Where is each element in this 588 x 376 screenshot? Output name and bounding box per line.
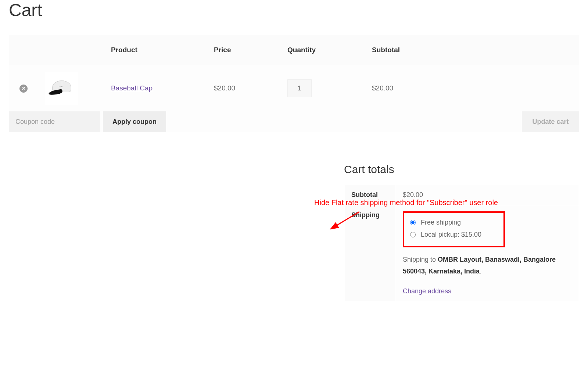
annotation-text: Hide Flat rate shipping method for "Subs… bbox=[314, 198, 498, 207]
col-product: Product bbox=[104, 35, 207, 65]
shipping-address-text: Shipping to OMBR Layout, Banaswadi, Bang… bbox=[403, 254, 572, 277]
col-quantity: Quantity bbox=[281, 35, 365, 65]
page-title: Cart bbox=[9, 0, 579, 20]
col-subtotal: Subtotal bbox=[365, 35, 579, 65]
shipping-radio-free[interactable] bbox=[410, 220, 416, 225]
cart-totals-title: Cart totals bbox=[344, 163, 579, 176]
apply-coupon-button[interactable]: Apply coupon bbox=[103, 111, 166, 132]
shipping-options-box: Free shipping Local pickup: $15.00 bbox=[403, 211, 505, 247]
cart-row: ✕ one Baseball Cap $20.00 bbox=[9, 65, 579, 111]
shipping-option-local-pickup[interactable]: Local pickup: $15.00 bbox=[410, 229, 498, 241]
coupon-code-input[interactable] bbox=[9, 111, 100, 132]
cap-icon: one bbox=[49, 80, 74, 96]
shipping-suffix: . bbox=[480, 268, 481, 275]
change-address-link[interactable]: Change address bbox=[403, 287, 451, 295]
remove-item-button[interactable]: ✕ bbox=[19, 85, 28, 93]
shipping-label: Shipping bbox=[345, 205, 395, 301]
update-cart-button[interactable]: Update cart bbox=[522, 111, 579, 132]
shipping-radio-local-pickup[interactable] bbox=[410, 232, 416, 237]
cart-actions: Apply coupon Update cart bbox=[9, 111, 579, 132]
col-remove bbox=[9, 35, 38, 65]
col-price: Price bbox=[207, 35, 281, 65]
cart-table: Product Price Quantity Subtotal ✕ one bbox=[9, 35, 579, 111]
product-price: $20.00 bbox=[207, 65, 281, 111]
shipping-option-free[interactable]: Free shipping bbox=[410, 216, 498, 229]
product-thumbnail[interactable]: one bbox=[45, 72, 78, 105]
close-icon: ✕ bbox=[22, 86, 26, 91]
quantity-input[interactable] bbox=[287, 79, 312, 97]
product-subtotal: $20.00 bbox=[365, 65, 579, 111]
cart-totals-section: Cart totals Subtotal $20.00 Shipping Fre… bbox=[344, 163, 579, 302]
shipping-prefix: Shipping to bbox=[403, 256, 438, 263]
product-name-link[interactable]: Baseball Cap bbox=[111, 84, 153, 92]
shipping-option-label: Free shipping bbox=[421, 219, 461, 226]
col-thumbnail bbox=[38, 35, 104, 65]
shipping-option-label: Local pickup: $15.00 bbox=[421, 231, 481, 239]
